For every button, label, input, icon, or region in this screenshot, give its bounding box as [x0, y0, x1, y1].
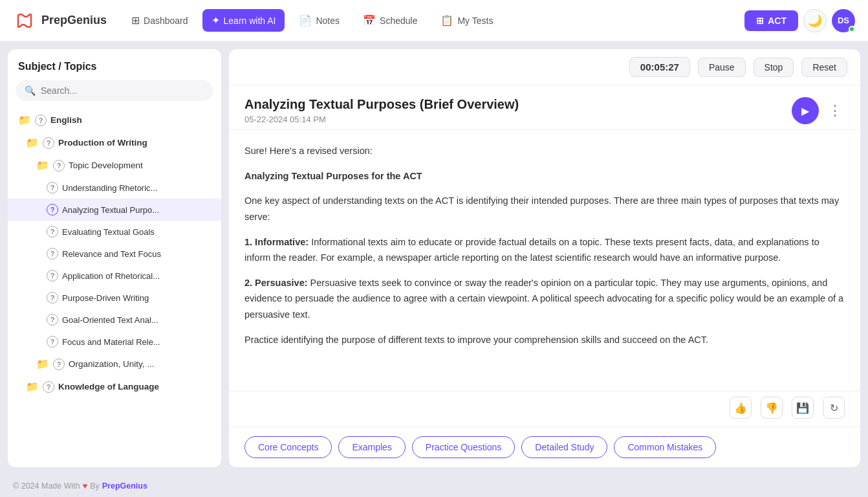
more-options-button[interactable]: ⋮	[825, 100, 845, 122]
question-circle: ?	[47, 182, 58, 193]
main-layout: Subject / Topics 🔍 📁 ? English 📁 ? Produ…	[0, 41, 868, 475]
save-icon: 💾	[796, 402, 809, 414]
save-button[interactable]: 💾	[792, 397, 814, 419]
question-circle: ?	[47, 292, 58, 304]
play-icon: ▶	[801, 105, 809, 117]
question-circle: ?	[53, 160, 65, 171]
search-box: 🔍	[16, 80, 213, 101]
refresh-button[interactable]: ↻	[823, 397, 845, 419]
content-p4: Practice identifying the purpose of diff…	[244, 332, 845, 348]
sidebar-item-analyzing-textual[interactable]: ? Analyzing Textual Purpo...	[8, 199, 221, 221]
article-meta: Analyzing Textual Purposes (Brief Overvi…	[244, 97, 519, 124]
sidebar-item-purpose-driven[interactable]: ? Purpose-Driven Writing	[8, 287, 221, 309]
sidebar-item-focus-material[interactable]: ? Focus and Material Rele...	[8, 331, 221, 353]
search-icon: 🔍	[25, 85, 36, 96]
search-input[interactable]	[41, 85, 204, 96]
question-circle: ?	[53, 359, 65, 370]
avatar-online-dot	[849, 26, 855, 32]
avatar[interactable]: DS	[832, 9, 855, 32]
sidebar-title: Subject / Topics	[8, 49, 221, 80]
learn-icon: ✦	[212, 14, 220, 27]
sidebar-item-english[interactable]: 📁 ? English	[8, 109, 221, 131]
question-circle: ?	[47, 270, 58, 282]
thumbs-down-icon: 👎	[765, 402, 778, 414]
sidebar-item-topic-development[interactable]: 📁 ? Topic Development	[8, 154, 221, 177]
svg-rect-0	[13, 9, 36, 32]
nav-notes[interactable]: 📄 Notes	[290, 9, 349, 32]
article-header: Analyzing Textual Purposes (Brief Overvi…	[229, 85, 860, 130]
sidebar-item-goal-oriented[interactable]: ? Goal-Oriented Text Anal...	[8, 309, 221, 331]
folder-icon: 📁	[26, 381, 39, 393]
dark-mode-toggle[interactable]: 🌙	[803, 9, 827, 32]
search-wrap: 🔍	[8, 80, 221, 109]
sidebar-item-understanding-rhetoric[interactable]: ? Understanding Rhetoric...	[8, 177, 221, 199]
sidebar: Subject / Topics 🔍 📁 ? English 📁 ? Produ…	[8, 49, 221, 467]
content-body: Sure! Here's a revised version: Analyzin…	[229, 130, 860, 391]
content-p1: One key aspect of understanding texts on…	[244, 193, 845, 225]
question-circle: ?	[47, 336, 58, 348]
question-circle: ?	[43, 137, 54, 149]
thumbs-up-icon: 👍	[734, 402, 747, 414]
question-circle: ?	[47, 248, 58, 260]
sidebar-tree: 📁 ? English 📁 ? Production of Writing 📁 …	[8, 109, 221, 467]
moon-icon: 🌙	[808, 14, 822, 28]
question-circle: ?	[35, 115, 47, 126]
stop-button[interactable]: Stop	[754, 58, 794, 77]
thumbs-down-button[interactable]: 👎	[761, 397, 783, 419]
article-title: Analyzing Textual Purposes (Brief Overvi…	[244, 97, 519, 112]
content-intro: Sure! Here's a revised version:	[244, 143, 845, 159]
chip-examples[interactable]: Examples	[338, 436, 405, 458]
sidebar-item-relevance[interactable]: ? Relevance and Text Focus	[8, 243, 221, 265]
logo-area: PrepGenius	[13, 9, 107, 32]
question-circle: ?	[43, 381, 54, 393]
chip-core-concepts[interactable]: Core Concepts	[244, 436, 332, 458]
footer-brand: PrepGenius	[102, 481, 147, 491]
chip-common-mistakes[interactable]: Common Mistakes	[614, 436, 716, 458]
content-area: 00:05:27 Pause Stop Reset Analyzing Text…	[229, 49, 860, 467]
thumbs-up-button[interactable]: 👍	[730, 397, 752, 419]
content-p2: 1. Informative: Informational texts aim …	[244, 234, 845, 266]
play-button[interactable]: ▶	[792, 97, 819, 124]
folder-icon: 📁	[36, 358, 49, 370]
article-controls: ▶ ⋮	[792, 97, 845, 124]
dashboard-icon: ⊞	[131, 14, 140, 27]
heart-icon: ♥	[83, 481, 87, 491]
reaction-bar: 👍 👎 💾 ↻	[229, 391, 860, 426]
schedule-icon: 📅	[363, 14, 376, 27]
folder-icon: 📁	[26, 137, 39, 149]
act-grid-icon: ⊞	[756, 16, 764, 26]
footer: © 2024 Made With ♥ By PrepGenius	[0, 475, 868, 497]
nav-schedule[interactable]: 📅 Schedule	[354, 9, 426, 32]
sidebar-item-evaluating-textual[interactable]: ? Evaluating Textual Goals	[8, 221, 221, 243]
timer-display: 00:05:27	[629, 57, 690, 77]
mytests-icon: 📋	[440, 14, 453, 27]
navbar: PrepGenius ⊞ Dashboard ✦ Learn with AI 📄…	[0, 0, 868, 41]
refresh-icon: ↻	[830, 402, 838, 414]
chip-practice-questions[interactable]: Practice Questions	[412, 436, 515, 458]
notes-icon: 📄	[299, 14, 312, 27]
question-circle: ?	[47, 226, 58, 237]
question-circle: ?	[47, 314, 58, 326]
nav-learn[interactable]: ✦ Learn with AI	[202, 9, 285, 32]
act-button[interactable]: ⊞ ACT	[744, 10, 798, 31]
folder-icon: 📁	[18, 114, 31, 126]
chip-detailed-study[interactable]: Detailed Study	[521, 436, 607, 458]
logo-text: PrepGenius	[41, 14, 107, 27]
question-circle: ?	[47, 204, 58, 215]
sidebar-item-application[interactable]: ? Application of Rhetorical...	[8, 265, 221, 287]
nav-mytests[interactable]: 📋 My Tests	[431, 9, 502, 32]
sidebar-item-knowledge-language[interactable]: 📁 ? Knowledge of Language	[8, 375, 221, 398]
sidebar-item-organization[interactable]: 📁 ? Organization, Unity, ...	[8, 353, 221, 375]
nav-dashboard[interactable]: ⊞ Dashboard	[122, 9, 197, 32]
article-text: Sure! Here's a revised version: Analyzin…	[244, 143, 845, 348]
logo-icon	[13, 9, 36, 32]
sidebar-item-production[interactable]: 📁 ? Production of Writing	[8, 131, 221, 154]
timer-bar: 00:05:27 Pause Stop Reset	[229, 49, 860, 85]
reset-button[interactable]: Reset	[801, 58, 847, 77]
folder-icon: 📁	[36, 159, 49, 171]
pause-button[interactable]: Pause	[698, 58, 746, 77]
content-p3: 2. Persuasive: Persuasive texts seek to …	[244, 275, 845, 323]
article-date: 05-22-2024 05:14 PM	[244, 115, 519, 124]
chips-bar: Core Concepts Examples Practice Question…	[229, 426, 860, 467]
content-heading: Analyzing Textual Purposes for the ACT	[244, 168, 845, 184]
